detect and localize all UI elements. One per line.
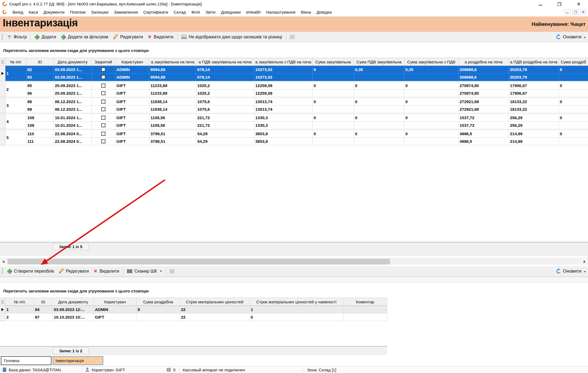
cell[interactable]: 06.12.2023 1... [54,98,92,106]
cell[interactable]: ADMIN [115,66,149,73]
column-chooser-button[interactable] [167,267,177,275]
cell[interactable]: 22.08.2024 0... [54,138,92,145]
closed-checkbox[interactable] [101,107,105,111]
cell[interactable] [404,73,458,81]
table-row[interactable]: 28525.09.2023 1...GIFT11233,881025,21225… [0,82,588,90]
cell[interactable]: 22.08.2024 0... [54,130,92,138]
cell[interactable]: 1537,72 [458,122,509,129]
cell[interactable]: 4986,5 [458,130,509,138]
column-header[interactable]: Строк матеріальних цінностей [180,298,249,306]
horizontal-scrollbar[interactable] [0,258,588,265]
cell[interactable] [559,138,588,145]
column-header[interactable]: Сума ПДВ закупівельна [354,58,404,66]
cell[interactable] [559,106,588,113]
cell[interactable] [559,90,588,97]
table-row[interactable]: 18203.09.2023 1...ADMIN9594,88678,141027… [0,66,588,73]
menu-item-Довідники[interactable]: Довідники [218,8,243,16]
cell[interactable] [559,73,588,81]
cell[interactable]: 03.09.2023 1... [54,66,92,73]
cell[interactable]: 10273,02 [254,66,312,73]
column-header[interactable]: ID [34,298,53,306]
refresh-button[interactable]: Оновити [556,266,586,276]
cell[interactable]: 13013,74 [254,106,312,113]
cell[interactable]: 270874,85 [458,90,509,97]
cell[interactable]: 0 [404,82,458,90]
menu-item-Сертифікати[interactable]: Сертифікати [141,8,171,16]
column-header[interactable]: а роздрібна на поча [458,58,509,66]
cell[interactable]: 270874,85 [458,82,509,90]
cell[interactable]: 111 [26,138,54,145]
cell[interactable]: GIFT [115,130,149,138]
cell[interactable]: 0 [312,82,354,90]
cell[interactable]: 11938,14 [149,106,196,113]
hide-remainders-button[interactable]: Не відображати дані щодо залишків та різ… [179,33,285,41]
cell[interactable]: 308688,6 [458,66,509,73]
cell[interactable]: 214,89 [509,130,559,138]
cell[interactable]: 109 [26,122,54,129]
cell[interactable] [92,66,115,73]
column-header[interactable]: Дата документу [53,298,94,306]
cell[interactable]: 1330,3 [254,114,312,122]
cell[interactable]: 11233,88 [149,82,196,90]
table-row[interactable]: 410810.01.2024 1...GIFT1108,58221,721330… [0,114,588,122]
cell[interactable]: 1025,2 [196,82,254,90]
cell[interactable] [343,313,387,321]
closed-checkbox[interactable] [101,139,105,143]
cell[interactable]: GIFT [115,122,149,129]
cell[interactable] [136,313,180,321]
menu-item-Звіти[interactable]: Звіти [203,8,218,16]
cell[interactable]: 83 [26,73,54,81]
column-header[interactable]: Сума закупівельна [312,58,354,66]
menu-item-Каса[interactable]: Каса [26,8,41,16]
cell[interactable]: ADMIN [115,73,149,81]
cell[interactable]: 0 [312,114,354,122]
cell[interactable]: 1537,72 [458,114,509,122]
column-header[interactable]: Сума закупівельна з ПДВ [404,58,458,66]
cell[interactable]: 06.12.2023 1... [54,106,92,113]
edit-button[interactable]: Редагувати [111,33,145,41]
table-row[interactable]: 8625.09.2023 1...GIFT11233,881025,212259… [0,90,588,97]
cell[interactable]: 12259,08 [254,82,312,90]
menu-item-Документи[interactable]: Документи [41,8,67,16]
cell[interactable]: 3799,51 [149,138,196,145]
delete-recount-button[interactable]: ✖Видалити [91,267,122,275]
cell[interactable]: 18133,22 [509,98,559,106]
filter-button[interactable]: Фільтр [5,33,29,41]
cell[interactable]: 87 [34,313,53,321]
cell[interactable]: 5 [312,66,354,73]
closed-checkbox[interactable] [101,75,105,79]
column-header[interactable]: Користувач [94,298,136,306]
cell[interactable]: 9594,88 [149,66,196,73]
table-row[interactable]: 10910.01.2024 1...GIFT1108,58221,721330,… [0,122,588,129]
cell[interactable]: 1 [249,306,343,313]
cell[interactable]: 0 [354,130,404,138]
cell[interactable]: 10273,02 [254,73,312,81]
create-recount-button[interactable]: Створити переоблік [5,267,56,275]
cell[interactable]: 108 [26,114,54,122]
cell[interactable]: 18133,22 [509,106,559,113]
cell[interactable]: 3799,51 [149,130,196,138]
cell[interactable]: 110 [26,130,54,138]
menu-item-Склад[interactable]: Склад [171,8,188,16]
menu-item-Замовлення[interactable]: Замовлення [111,8,141,16]
column-header[interactable]: а ПДВ закупівельна на поча [196,58,254,66]
scrollbar-thumb[interactable] [8,259,390,264]
cell[interactable]: 272921,68 [458,98,509,106]
cell[interactable]: 256,29 [509,122,559,129]
minimize-button[interactable] [536,0,545,8]
menu-item-Вихід[interactable]: Вихід [10,8,26,16]
menu-item-Вікна[interactable]: Вікна [298,8,314,16]
closed-checkbox[interactable] [101,132,105,136]
column-header[interactable]: а ПДВ роздрібна на поча [509,58,559,66]
mdi-close-button[interactable]: × [580,9,586,15]
cell[interactable]: 54,29 [196,130,254,138]
group-number-cell[interactable]: 5 [5,130,26,145]
edit-recount-button[interactable]: Редагувати [56,267,91,275]
close-button[interactable]: × [574,0,583,8]
cell[interactable] [312,106,354,113]
cell[interactable]: GIFT [115,82,149,90]
cell[interactable]: 8 [136,306,180,313]
add-button[interactable]: Додати [32,33,59,41]
cell[interactable]: 11233,88 [149,90,196,97]
cell[interactable]: 9594,88 [149,73,196,81]
